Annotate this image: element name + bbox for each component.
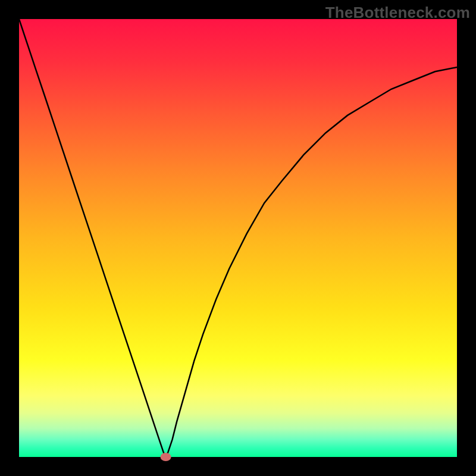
chart-svg [0,0,476,476]
minimum-marker [161,453,171,461]
watermark-label: TheBottleneck.com [325,4,470,22]
chart-root: TheBottleneck.com [0,0,476,476]
bottleneck-curve [19,19,457,457]
